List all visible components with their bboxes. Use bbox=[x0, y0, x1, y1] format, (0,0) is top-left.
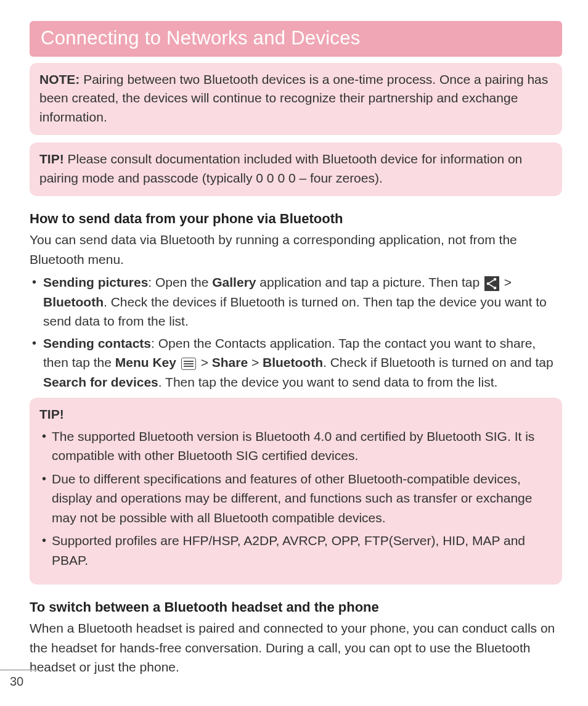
tip-callout-2: TIP! The supported Bluetooth version is … bbox=[30, 398, 562, 585]
svg-point-2 bbox=[494, 286, 497, 289]
svg-line-3 bbox=[489, 280, 494, 282]
bullet2-t5: . Check if Bluetooth is turned on and ta… bbox=[323, 355, 553, 369]
bullet2-t3: > bbox=[197, 355, 212, 369]
document-page: Connecting to Networks and Devices NOTE:… bbox=[0, 0, 588, 677]
tip-callout-1: TIP! Please consult documentation includ… bbox=[30, 142, 562, 196]
send-intro: You can send data via Bluetooth by runni… bbox=[30, 230, 562, 269]
section-title: Connecting to Networks and Devices bbox=[41, 27, 361, 49]
bullet2-search: Search for devices bbox=[43, 375, 158, 389]
svg-point-1 bbox=[487, 282, 490, 285]
list-item: Supported profiles are HFP/HSP, A2DP, AV… bbox=[39, 531, 552, 570]
list-item: Sending pictures: Open the Gallery appli… bbox=[30, 273, 562, 331]
svg-point-0 bbox=[494, 277, 497, 281]
tip2-label: TIP! bbox=[39, 405, 552, 424]
switch-heading: To switch between a Bluetooth headset an… bbox=[30, 597, 562, 617]
tip1-text: Please consult documentation included wi… bbox=[39, 152, 522, 184]
list-item: Sending contacts: Open the Contacts appl… bbox=[30, 334, 562, 392]
tip2-bullets: The supported Bluetooth version is Bluet… bbox=[39, 427, 552, 570]
bullet1-t1: : Open the bbox=[148, 275, 212, 289]
note-callout: NOTE: Pairing between two Bluetooth devi… bbox=[30, 63, 562, 135]
list-item: Due to different specifications and feat… bbox=[39, 469, 552, 528]
footer-rule bbox=[0, 670, 38, 671]
section-send-data: How to send data from your phone via Blu… bbox=[30, 208, 562, 392]
bullet1-t4: . Check the devices if Bluetooth is turn… bbox=[43, 295, 547, 329]
share-icon bbox=[484, 276, 499, 291]
page-footer: 30 bbox=[0, 670, 588, 689]
bullet1-gallery: Gallery bbox=[212, 275, 256, 289]
bullet2-share: Share bbox=[212, 355, 248, 369]
bullet2-t6: . Then tap the device you want to send d… bbox=[158, 375, 498, 389]
bullet1-t3: > bbox=[500, 275, 512, 289]
svg-line-4 bbox=[489, 284, 494, 287]
bullet2-t4: > bbox=[248, 355, 263, 369]
note-text: Pairing between two Bluetooth devices is… bbox=[39, 72, 548, 124]
bullet1-lead: Sending pictures bbox=[43, 275, 148, 289]
section-switch: To switch between a Bluetooth headset an… bbox=[30, 597, 562, 677]
bullet1-bluetooth: Bluetooth bbox=[43, 295, 104, 309]
send-heading: How to send data from your phone via Blu… bbox=[30, 208, 562, 229]
switch-intro: When a Bluetooth headset is paired and c… bbox=[30, 618, 562, 677]
tip1-label: TIP! bbox=[39, 152, 64, 166]
bullet2-menukey: Menu Key bbox=[115, 355, 176, 369]
send-bullets: Sending pictures: Open the Gallery appli… bbox=[30, 273, 562, 392]
section-title-bar: Connecting to Networks and Devices bbox=[30, 21, 562, 57]
bullet1-t2: application and tap a picture. Then tap bbox=[256, 275, 483, 289]
note-label: NOTE: bbox=[39, 72, 80, 86]
list-item: The supported Bluetooth version is Bluet… bbox=[39, 427, 552, 466]
page-number: 30 bbox=[10, 675, 23, 688]
menu-key-icon bbox=[181, 358, 196, 370]
bullet2-t2 bbox=[176, 355, 180, 369]
bullet2-lead: Sending contacts bbox=[43, 336, 151, 350]
bullet2-bluetooth: Bluetooth bbox=[263, 355, 323, 369]
